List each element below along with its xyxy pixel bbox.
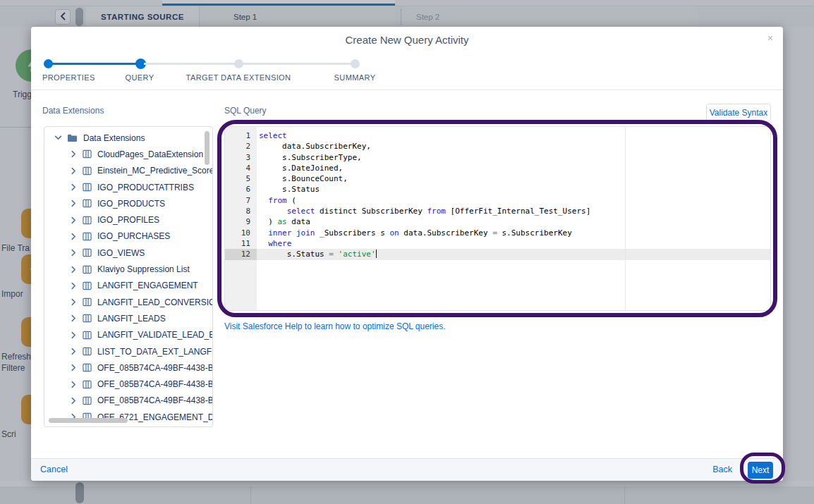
data-extension-table-icon (83, 199, 92, 208)
tree-item[interactable]: OFE_085B74CA-49BF-4438-B566- (44, 376, 212, 392)
chevron-right-icon[interactable] (70, 314, 78, 322)
modal-content: Data Extensions Data ExtensionsCloudPage… (31, 90, 783, 459)
chevron-right-icon[interactable] (70, 167, 78, 175)
line-number: 2 (225, 141, 257, 152)
tree-item[interactable]: IGO_VIEWS (44, 245, 212, 261)
tree-item[interactable]: LIST_TO_DATA_EXT_LANGFIT (44, 343, 212, 359)
line-number: 8 (225, 206, 257, 216)
chevron-right-icon[interactable] (70, 397, 78, 405)
sql-query-label: SQL Query (224, 106, 267, 116)
back-link[interactable]: Back (712, 465, 732, 474)
sql-editor[interactable]: 123456789101112 select data.SubscriberKe… (224, 126, 771, 311)
tree-item[interactable]: LANGFIT_ENGAGEMENT (44, 278, 212, 294)
data-extension-table-icon (83, 314, 92, 323)
salesforce-help-link[interactable]: Visit Salesforce Help to learn how to op… (224, 321, 446, 331)
data-extension-table-icon (83, 216, 92, 225)
step-label[interactable]: PROPERTIES (42, 73, 95, 82)
modal-footer: Cancel Back Next (31, 458, 783, 481)
line-number: 4 (225, 163, 257, 173)
code-line: data.SubscriberKey, (257, 141, 770, 152)
tree-vertical-scrollbar[interactable] (205, 131, 209, 165)
step-label[interactable]: QUERY (126, 73, 154, 82)
data-extension-table-icon (83, 363, 92, 372)
chevron-right-icon[interactable] (70, 233, 78, 240)
code-line: s.Status = 'active' (257, 249, 770, 259)
data-extension-table-icon (83, 331, 92, 340)
data-extension-table-icon (83, 248, 92, 257)
tree-item[interactable]: IGO_PRODUCTATTRIBS (44, 179, 212, 195)
modal-title: Create New Query Activity (345, 34, 468, 46)
code-line: inner join _Subscribers s on data.Subscr… (257, 228, 770, 238)
code-line: select (257, 130, 770, 141)
create-query-activity-modal: Create New Query Activity × PROPERTIESQU… (31, 27, 783, 481)
editor-code[interactable]: select data.SubscriberKey, s.SubscriberT… (257, 127, 770, 310)
line-number: 7 (225, 195, 257, 206)
step-dot-summary[interactable] (351, 59, 360, 68)
tree-item[interactable]: IGO_PURCHASES (44, 228, 212, 245)
code-line: s.BounceCount, (257, 173, 770, 184)
tree-item[interactable]: IGO_PRODUCTS (44, 195, 212, 211)
text-cursor (376, 250, 377, 258)
chevron-right-icon[interactable] (70, 249, 78, 257)
validate-syntax-button[interactable]: Validate Syntax (706, 104, 771, 122)
tree-item[interactable]: IGO_PROFILES (44, 211, 212, 228)
line-number: 10 (225, 228, 257, 238)
close-icon[interactable]: × (767, 33, 773, 43)
line-number: 11 (225, 238, 257, 249)
tree-item[interactable]: CloudPages_DataExtension (44, 146, 212, 162)
editor-print-margin (625, 127, 626, 310)
code-line: select distinct SubscriberKey from [Offe… (257, 206, 770, 216)
tree-item-label: LANGFIT_LEADS (97, 314, 166, 324)
tree-item-label: IGO_PROFILES (97, 215, 159, 225)
screen: STARTING SOURCE Step 1 Step 2 TriggFile … (0, 0, 814, 504)
code-line: where (257, 238, 770, 249)
tree-horizontal-scrollbar[interactable] (49, 418, 128, 423)
tree-root-row[interactable]: Data Extensions (44, 130, 212, 146)
tree-item[interactable]: LANGFIT_LEADS (44, 310, 212, 326)
tree-item[interactable]: Einstein_MC_Predictive_Scores (44, 163, 212, 179)
tree-item[interactable]: LANGFIT_LEAD_CONVERSION (44, 294, 212, 310)
cancel-button[interactable]: Cancel (40, 465, 68, 474)
chevron-right-icon[interactable] (70, 331, 78, 339)
tree-item-label: OFE_085B74CA-49BF-4438-B566- (97, 395, 213, 405)
folder-icon (67, 133, 78, 142)
line-number: 6 (225, 184, 257, 195)
tree-item-label: LANGFIT_ENGAGEMENT (97, 281, 198, 290)
chevron-right-icon[interactable] (70, 348, 78, 355)
chevron-right-icon[interactable] (70, 183, 78, 191)
code-line: s.DateJoined, (257, 163, 770, 173)
chevron-right-icon[interactable] (70, 282, 78, 290)
line-number: 3 (225, 152, 257, 163)
chevron-right-icon[interactable] (70, 150, 78, 158)
step-label[interactable]: TARGET DATA EXTENSION (186, 73, 291, 82)
chevron-right-icon[interactable] (70, 381, 78, 388)
modal-header: Create New Query Activity × (31, 27, 783, 52)
chevron-right-icon[interactable] (70, 364, 78, 371)
tree-item[interactable]: OFE_085B74CA-49BF-4438-B566- (44, 359, 212, 376)
progress-steps: PROPERTIESQUERYTARGET DATA EXTENSIONSUMM… (31, 52, 783, 90)
tree-root-label: Data Extensions (83, 133, 145, 143)
chevron-right-icon[interactable] (70, 298, 78, 306)
step-label[interactable]: SUMMARY (334, 73, 376, 82)
line-number: 9 (225, 216, 257, 227)
line-number: 12 (225, 249, 257, 259)
tree-item-label: CloudPages_DataExtension (97, 149, 203, 159)
tree-item[interactable]: Klaviyo Suppression List (44, 261, 212, 277)
data-extension-table-icon (83, 149, 92, 159)
chevron-right-icon[interactable] (70, 199, 78, 207)
code-line: s.SubscriberType, (257, 152, 770, 163)
step-connector (144, 63, 238, 65)
chevron-right-icon[interactable] (70, 266, 78, 273)
chevron-right-icon[interactable] (70, 216, 78, 224)
code-line: ) as data (257, 216, 770, 227)
tree-item[interactable]: LANGFIT_VALIDATE_LEAD_EMAIL_ (44, 327, 212, 343)
step-connector (52, 63, 140, 65)
next-button[interactable]: Next (748, 462, 773, 479)
data-extension-table-icon (83, 232, 92, 241)
editor-gutter: 123456789101112 (225, 127, 257, 310)
tree-item-label: Einstein_MC_Predictive_Scores (97, 166, 213, 176)
tree-item-label: OFE_085B74CA-49BF-4438-B566- (97, 379, 213, 389)
chevron-down-icon[interactable] (54, 134, 62, 142)
data-extension-table-icon (83, 380, 92, 389)
tree-item[interactable]: OFE_085B74CA-49BF-4438-B566- (44, 393, 212, 409)
